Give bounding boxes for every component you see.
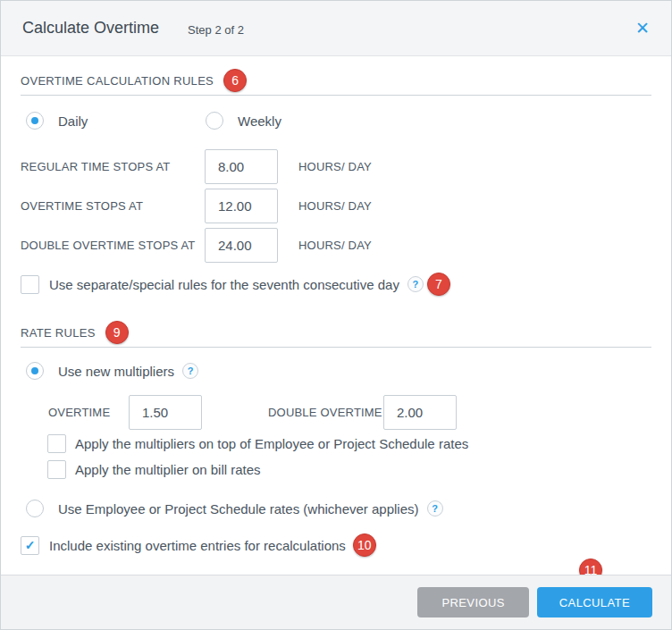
radio-daily[interactable]: [26, 112, 44, 130]
close-icon[interactable]: ✕: [635, 20, 650, 37]
apply-bill-rates-row: ✓ Apply the multiplier on bill rates: [21, 460, 651, 479]
seventh-day-checkbox[interactable]: ✓: [21, 275, 39, 294]
radio-weekly[interactable]: [206, 112, 223, 130]
dialog-footer: PREVIOUS CALCULATE: [1, 575, 671, 629]
radio-option-weekly[interactable]: Weekly: [206, 112, 281, 130]
apply-on-top-checkbox[interactable]: ✓: [47, 434, 66, 453]
annotation-badge-7: 7: [427, 273, 450, 296]
seventh-day-label[interactable]: Use separate/special rules for the seven…: [49, 277, 399, 292]
seventh-day-row: ✓ Use separate/special rules for the sev…: [21, 273, 651, 296]
radio-weekly-label[interactable]: Weekly: [238, 113, 281, 129]
double-overtime-multiplier-input[interactable]: [383, 395, 457, 430]
rate-rules-heading: RATE RULES: [21, 326, 96, 340]
overtime-multiplier-label: OVERTIME: [48, 406, 129, 419]
annotation-badge-9: 9: [105, 321, 129, 344]
dialog-title: Calculate Overtime: [22, 19, 159, 38]
regular-time-label: REGULAR TIME STOPS AT: [21, 160, 205, 173]
overtime-unit: HOURS/ DAY: [298, 199, 372, 213]
calculate-overtime-dialog: Calculate Overtime Step 2 of 2 ✕ OVERTIM…: [0, 0, 672, 630]
overtime-rules-heading: OVERTIME CALCULATION RULES: [21, 74, 214, 88]
include-existing-row: ✓ Include existing overtime entries for …: [21, 533, 651, 557]
field-row-regular-time: REGULAR TIME STOPS AT HOURS/ DAY: [21, 149, 651, 184]
seventh-day-help-icon[interactable]: ?: [407, 276, 424, 292]
radio-option-daily[interactable]: Daily: [21, 112, 206, 130]
apply-on-top-label[interactable]: Apply the multipliers on top of Employee…: [75, 436, 468, 451]
annotation-badge-6: 6: [223, 69, 247, 92]
regular-time-unit: HOURS/ DAY: [298, 160, 372, 173]
field-row-overtime: OVERTIME STOPS AT HOURS/ DAY: [21, 189, 651, 223]
section-divider: [21, 347, 651, 348]
double-overtime-label: DOUBLE OVERTIME STOPS AT: [21, 239, 205, 252]
regular-time-input[interactable]: [205, 149, 278, 184]
include-existing-checkbox[interactable]: ✓: [21, 536, 39, 555]
apply-on-top-row: ✓ Apply the multipliers on top of Employ…: [21, 434, 651, 453]
dialog-header: Calculate Overtime Step 2 of 2 ✕: [1, 1, 671, 56]
check-icon: ✓: [25, 539, 36, 551]
double-overtime-unit: HOURS/ DAY: [298, 239, 372, 252]
overtime-multiplier-input[interactable]: [129, 395, 202, 430]
apply-bill-rates-label[interactable]: Apply the multiplier on bill rates: [75, 462, 261, 477]
rate-rules-heading-row: RATE RULES 9: [21, 321, 651, 344]
overtime-rules-heading-row: OVERTIME CALCULATION RULES 6: [21, 69, 651, 92]
hour-threshold-fields: REGULAR TIME STOPS AT HOURS/ DAY OVERTIM…: [21, 149, 651, 263]
period-radio-group: Daily Weekly: [21, 111, 651, 130]
include-existing-label[interactable]: Include existing overtime entries for re…: [49, 538, 346, 553]
new-multipliers-row[interactable]: Use new multipliers ?: [21, 361, 651, 381]
schedule-rates-help-icon[interactable]: ?: [427, 500, 443, 517]
annotation-badge-10: 10: [353, 533, 376, 557]
previous-button[interactable]: PREVIOUS: [417, 587, 528, 617]
schedule-rates-label[interactable]: Use Employee or Project Schedule rates (…: [58, 501, 419, 517]
overtime-label: OVERTIME STOPS AT: [21, 199, 205, 213]
overtime-input[interactable]: [205, 189, 278, 223]
field-row-double-overtime: DOUBLE OVERTIME STOPS AT HOURS/ DAY: [21, 228, 651, 263]
calculate-button[interactable]: CALCULATE: [537, 587, 652, 617]
new-multipliers-label[interactable]: Use new multipliers: [58, 364, 174, 379]
double-overtime-input[interactable]: [205, 228, 278, 263]
new-multipliers-help-icon[interactable]: ?: [182, 363, 198, 379]
double-overtime-multiplier-label: DOUBLE OVERTIME: [268, 406, 383, 419]
radio-schedule-rates[interactable]: [26, 500, 44, 517]
dialog-body: OVERTIME CALCULATION RULES 6 Daily Weekl…: [1, 69, 671, 582]
step-indicator: Step 2 of 2: [188, 21, 244, 37]
multiplier-fields: OVERTIME DOUBLE OVERTIME: [21, 395, 651, 430]
apply-bill-rates-checkbox[interactable]: ✓: [47, 460, 66, 479]
radio-new-multipliers[interactable]: [26, 362, 44, 380]
radio-daily-label[interactable]: Daily: [58, 113, 88, 129]
section-divider: [21, 95, 651, 96]
schedule-rates-row[interactable]: Use Employee or Project Schedule rates (…: [21, 499, 651, 518]
